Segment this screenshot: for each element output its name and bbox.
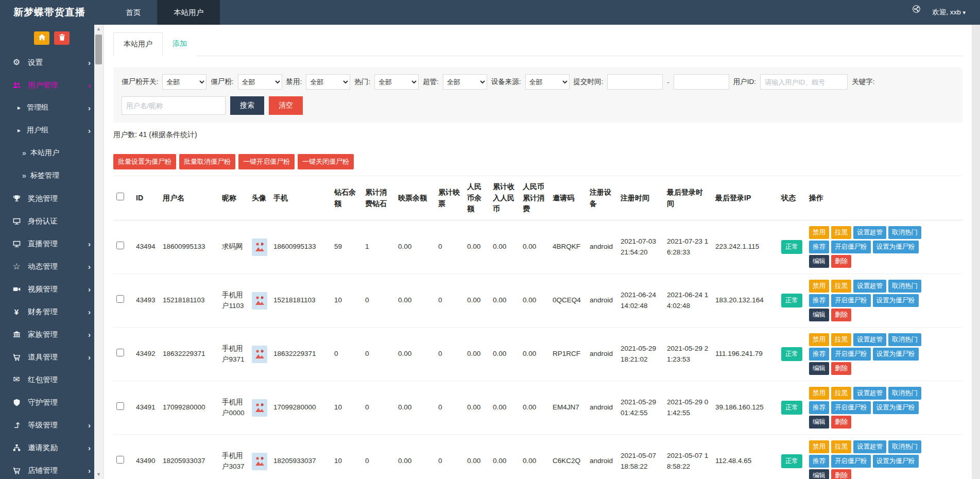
sidebar-item[interactable]: ¥财务管理› (0, 300, 103, 323)
sidebar-item[interactable]: ☆动态管理› (0, 255, 103, 278)
set-super-admin-button[interactable]: 设置超管 (853, 226, 886, 239)
avatar-image[interactable] (252, 292, 267, 310)
submit-time-end-input[interactable] (674, 74, 729, 90)
recommend-button[interactable]: 推荐 (809, 401, 829, 414)
sidebar-item[interactable]: ⚙设置› (0, 51, 103, 74)
row-checkbox[interactable] (116, 349, 124, 356)
set-as-zombie-fan-button[interactable]: 设置为僵尸粉 (873, 348, 919, 361)
disable-button[interactable]: 禁用 (809, 280, 829, 293)
avatar-image[interactable] (252, 399, 267, 417)
row-checkbox[interactable] (116, 402, 124, 410)
filter-select[interactable]: 全部 (443, 74, 487, 90)
set-super-admin-button[interactable]: 设置超管 (853, 280, 886, 293)
filter-select[interactable]: 全部 (374, 74, 419, 90)
recommend-button[interactable]: 推荐 (809, 455, 829, 468)
cancel-hot-button[interactable]: 取消热门 (888, 387, 921, 400)
edit-button[interactable]: 编辑 (809, 416, 829, 429)
enable-zombie-fans-button[interactable]: 开启僵尸粉 (831, 348, 871, 361)
batch-action-button[interactable]: 批量取消僵尸粉 (179, 154, 235, 169)
welcome-menu[interactable]: 欢迎, xxb ▾ (932, 8, 966, 17)
cancel-hot-button[interactable]: 取消热门 (888, 226, 921, 239)
filter-select[interactable]: 全部 (162, 74, 207, 90)
sidebar-item[interactable]: 店铺管理› (0, 459, 103, 479)
set-as-zombie-fan-button[interactable]: 设置为僵尸粉 (873, 241, 919, 253)
delete-button[interactable]: 删除 (831, 416, 851, 429)
enable-zombie-fans-button[interactable]: 开启僵尸粉 (831, 294, 871, 307)
disable-button[interactable]: 禁用 (809, 226, 829, 239)
sidebar-item[interactable]: 直播管理› (0, 232, 103, 255)
disable-button[interactable]: 禁用 (809, 440, 829, 453)
scroll-down-arrow-icon[interactable]: ▼ (94, 470, 103, 479)
sidebar-item[interactable]: ▸管理组› (0, 96, 103, 119)
disable-button[interactable]: 禁用 (809, 333, 829, 346)
sidebar-item[interactable]: 用户管理› (0, 74, 103, 96)
home-button[interactable] (34, 31, 49, 45)
delete-button[interactable]: 删除 (831, 469, 851, 479)
tab-site-users[interactable]: 本站用户 (113, 32, 163, 56)
avatar-image[interactable] (252, 346, 267, 363)
enable-zombie-fans-button[interactable]: 开启僵尸粉 (831, 241, 871, 253)
blacklist-button[interactable]: 拉黑 (831, 387, 851, 400)
delete-button[interactable]: 删除 (831, 362, 851, 375)
sidebar-item[interactable]: 道具管理› (0, 346, 103, 368)
set-as-zombie-fan-button[interactable]: 设置为僵尸粉 (873, 401, 919, 414)
edit-button[interactable]: 编辑 (809, 309, 829, 321)
scrollbar-thumb[interactable] (95, 35, 102, 64)
row-checkbox[interactable] (116, 456, 124, 464)
edit-button[interactable]: 编辑 (809, 469, 829, 479)
sidebar-item[interactable]: 家族管理› (0, 323, 103, 346)
recommend-button[interactable]: 推荐 (809, 294, 829, 307)
batch-action-button[interactable]: 一键关闭僵尸粉 (298, 154, 354, 169)
blacklist-button[interactable]: 拉黑 (831, 226, 851, 239)
clear-button[interactable]: 清空 (269, 96, 303, 115)
batch-action-button[interactable]: 一键开启僵尸粉 (238, 154, 295, 169)
username-nickname-input[interactable] (122, 96, 226, 115)
sidebar-item[interactable]: 奖池管理 (0, 187, 103, 210)
top-nav-item-1[interactable]: 本站用户 (157, 0, 220, 25)
search-button[interactable]: 搜索 (230, 96, 264, 115)
share-network-icon[interactable] (913, 5, 927, 20)
top-nav-item-0[interactable]: 首页 (109, 0, 157, 25)
cancel-hot-button[interactable]: 取消热门 (888, 280, 921, 293)
enable-zombie-fans-button[interactable]: 开启僵尸粉 (831, 401, 871, 414)
filter-select[interactable]: 全部 (306, 74, 350, 90)
avatar-image[interactable] (252, 453, 267, 470)
tab-add[interactable]: 添加 (163, 32, 197, 56)
set-super-admin-button[interactable]: 设置超管 (853, 440, 886, 453)
row-checkbox[interactable] (116, 295, 124, 303)
batch-action-button[interactable]: 批量设置为僵尸粉 (113, 154, 176, 169)
sidebar-scrollbar[interactable]: ▲ ▼ (94, 25, 103, 479)
sidebar-item[interactable]: 身份认证 (0, 210, 103, 232)
blacklist-button[interactable]: 拉黑 (831, 440, 851, 453)
set-as-zombie-fan-button[interactable]: 设置为僵尸粉 (873, 294, 919, 307)
scroll-up-arrow-icon[interactable]: ▲ (94, 25, 103, 33)
sidebar-item[interactable]: »标签管理 (0, 164, 103, 187)
sidebar-item[interactable]: 守护管理 (0, 391, 103, 414)
cancel-hot-button[interactable]: 取消热门 (888, 333, 921, 346)
blacklist-button[interactable]: 拉黑 (831, 280, 851, 293)
disable-button[interactable]: 禁用 (809, 387, 829, 400)
sidebar-item[interactable]: 邀请奖励› (0, 436, 103, 459)
delete-button[interactable]: 删除 (831, 309, 851, 321)
recommend-button[interactable]: 推荐 (809, 348, 829, 361)
edit-button[interactable]: 编辑 (809, 255, 829, 268)
cancel-hot-button[interactable]: 取消热门 (888, 440, 921, 453)
row-checkbox[interactable] (116, 242, 124, 249)
sidebar-item[interactable]: ▸用户组› (0, 119, 103, 142)
set-as-zombie-fan-button[interactable]: 设置为僵尸粉 (873, 455, 919, 468)
sidebar-item[interactable]: 视频管理› (0, 278, 103, 300)
trash-button[interactable] (54, 31, 70, 45)
set-super-admin-button[interactable]: 设置超管 (853, 387, 886, 400)
edit-button[interactable]: 编辑 (809, 362, 829, 375)
blacklist-button[interactable]: 拉黑 (831, 333, 851, 346)
sidebar-item[interactable]: 等级管理› (0, 414, 103, 436)
sidebar-item[interactable]: ✉红包管理 (0, 368, 103, 391)
filter-select[interactable]: 全部 (238, 74, 282, 90)
filter-select[interactable]: 全部 (525, 74, 570, 90)
enable-zombie-fans-button[interactable]: 开启僵尸粉 (831, 455, 871, 468)
submit-time-start-input[interactable] (607, 74, 663, 90)
delete-button[interactable]: 删除 (831, 255, 851, 268)
recommend-button[interactable]: 推荐 (809, 241, 829, 253)
set-super-admin-button[interactable]: 设置超管 (853, 333, 886, 346)
avatar-image[interactable] (252, 238, 267, 256)
